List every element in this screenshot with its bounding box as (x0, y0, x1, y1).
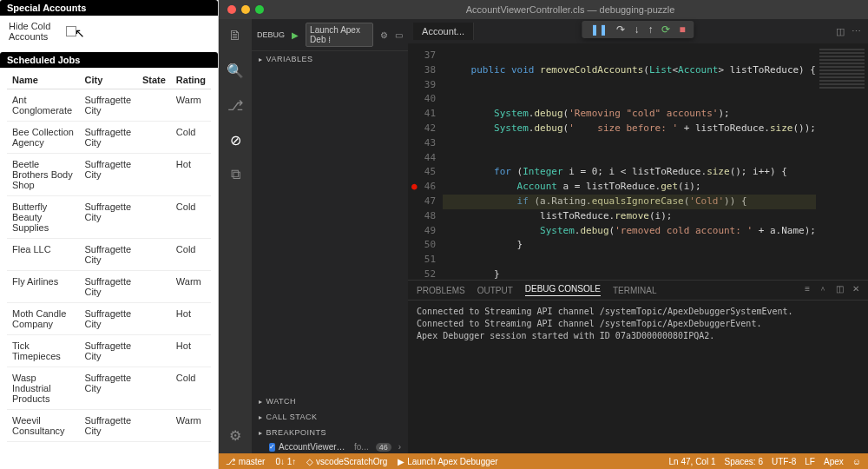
debug-icon[interactable]: ⊘ (226, 130, 245, 149)
tab-terminal[interactable]: TERMINAL (613, 286, 657, 295)
editor-tab[interactable]: Account... (413, 23, 474, 40)
cell-city: Suffragette City (79, 367, 136, 410)
git-branch[interactable]: ⎇ master (226, 457, 265, 466)
status-eol[interactable]: LF (805, 457, 815, 466)
status-language[interactable]: Apex (824, 457, 844, 466)
cell-city: Suffragette City (79, 271, 136, 303)
code-area[interactable]: public void removeColdAccounts(List<Acco… (443, 43, 816, 280)
cell-rating: Cold (171, 367, 211, 410)
cell-rating: Cold (171, 122, 211, 154)
status-launch[interactable]: ▶ Launch Apex Debugger (398, 457, 497, 466)
chevron-right-icon[interactable]: › (398, 442, 401, 452)
panel-tabs: PROBLEMS OUTPUT DEBUG CONSOLE TERMINAL ≡… (408, 281, 868, 301)
debug-gear-icon[interactable]: ⚙ (380, 30, 388, 40)
table-row[interactable]: Fly AirlinesSuffragette CityWarm (7, 271, 211, 303)
pause-icon[interactable]: ❚❚ (590, 23, 608, 36)
cell-name: Beetle Brothers Body Shop (7, 154, 79, 196)
tab-problems[interactable]: PROBLEMS (417, 286, 465, 295)
step-into-icon[interactable]: ↓ (634, 23, 639, 36)
breakpoints-section[interactable]: BREAKPOINTS (252, 425, 408, 440)
cell-city: Suffragette City (79, 122, 136, 154)
window-title: AccountViewerController.cls — debugging-… (273, 4, 868, 15)
minimize-window-icon[interactable] (241, 5, 250, 14)
status-encoding[interactable]: UTF-8 (772, 457, 796, 466)
table-header-row: Name City State Rating (7, 71, 211, 89)
zoom-window-icon[interactable] (255, 5, 264, 14)
status-spaces[interactable]: Spaces: 6 (724, 457, 762, 466)
cell-name: Fly Airlines (7, 271, 79, 303)
salesforce-panel: Special Accounts Hide Cold Accounts ↖ Sc… (0, 0, 219, 469)
table-row[interactable]: Ant ConglomerateSuffragette CityWarm (7, 89, 211, 122)
split-editor-icon[interactable]: ◫ (836, 26, 845, 37)
bottom-panel: PROBLEMS OUTPUT DEBUG CONSOLE TERMINAL ≡… (408, 280, 868, 453)
cell-city: Suffragette City (79, 303, 136, 335)
panel-filter-icon[interactable]: ≡ (805, 284, 810, 296)
debug-floating-controls: ❚❚ ↷ ↓ ↑ ⟳ ■ (582, 21, 694, 38)
breakpoint-item[interactable]: ✓ AccountViewerController.cls fo... 46 › (252, 440, 408, 453)
restart-icon[interactable]: ⟳ (661, 23, 670, 36)
traffic-lights (219, 5, 273, 14)
cell-rating: Cold (171, 196, 211, 239)
cell-name: Butterfly Beauty Supplies (7, 196, 79, 239)
step-over-icon[interactable]: ↷ (616, 23, 625, 36)
scm-icon[interactable]: ⎇ (226, 96, 245, 115)
panel-maximize-icon[interactable]: ◫ (836, 284, 844, 296)
variables-section[interactable]: VARIABLES (252, 51, 408, 67)
extensions-icon[interactable]: ⧉ (226, 165, 245, 184)
cell-city: Suffragette City (79, 239, 136, 271)
debug-config-dropdown[interactable]: Launch Apex Deb ⁞ (306, 23, 373, 47)
debug-console-toggle-icon[interactable]: ▭ (395, 30, 403, 40)
titlebar: AccountViewerController.cls — debugging-… (219, 0, 868, 19)
editor-body[interactable]: 37 38 39 40 41 42 43 44 45 ●46 47 48 49 … (408, 43, 868, 280)
table-row[interactable]: Wasp Industrial ProductsSuffragette City… (7, 367, 211, 410)
cell-name: Ant Conglomerate (7, 89, 79, 122)
cell-rating: Hot (171, 335, 211, 367)
step-out-icon[interactable]: ↑ (648, 23, 653, 36)
cell-city: Suffragette City (79, 410, 136, 442)
editor-column: Account... ❚❚ ↷ ↓ ↑ ⟳ ■ ◫ ⋯ 37 38 39 40 … (408, 19, 868, 453)
status-position[interactable]: Ln 47, Col 1 (669, 457, 716, 466)
search-icon[interactable]: 🔍 (226, 61, 245, 80)
cell-rating: Warm (171, 271, 211, 303)
table-row[interactable]: Butterfly Beauty SuppliesSuffragette Cit… (7, 196, 211, 239)
debug-sidebar: DEBUG ▶ Launch Apex Deb ⁞ ⚙ ▭ VARIABLES … (252, 19, 408, 453)
callstack-section[interactable]: CALL STACK (252, 409, 408, 425)
status-feedback-icon[interactable]: ☺ (852, 457, 861, 466)
vscode-window: AccountViewerController.cls — debugging-… (219, 0, 868, 469)
git-sync[interactable]: 0↓ 1↑ (275, 457, 296, 466)
accounts-table: Name City State Rating Ant ConglomerateS… (7, 71, 211, 442)
breakpoint-file: AccountViewerController.cls (279, 442, 351, 452)
start-debug-icon[interactable]: ▶ (292, 30, 299, 40)
breakpoint-fo: fo... (354, 442, 369, 452)
explorer-icon[interactable]: 🗎 (226, 26, 245, 45)
debug-toolbar: DEBUG ▶ Launch Apex Deb ⁞ ⚙ ▭ (252, 19, 408, 51)
table-row[interactable]: Bee Collection AgencySuffragette CityCol… (7, 122, 211, 154)
breakpoint-checkbox-icon[interactable]: ✓ (269, 443, 275, 452)
table-row[interactable]: Tick TimepiecesSuffragette CityHot (7, 335, 211, 367)
cell-state (137, 239, 171, 271)
table-row[interactable]: Moth Candle CompanySuffragette CityHot (7, 303, 211, 335)
cell-state (137, 335, 171, 367)
cell-state (137, 303, 171, 335)
table-row[interactable]: Flea LLCSuffragette CityCold (7, 239, 211, 271)
settings-icon[interactable]: ⚙ (226, 426, 245, 445)
tab-debug-console[interactable]: DEBUG CONSOLE (525, 284, 601, 296)
status-org[interactable]: ◇ vscodeScratchOrg (306, 457, 387, 466)
tab-output[interactable]: OUTPUT (477, 286, 513, 295)
cell-rating: Warm (171, 89, 211, 122)
stop-icon[interactable]: ■ (679, 23, 685, 36)
panel-collapse-icon[interactable]: ＾ (819, 284, 827, 296)
close-window-icon[interactable] (227, 5, 236, 14)
cell-state (137, 122, 171, 154)
table-row[interactable]: Weevil ConsultancySuffragette CityWarm (7, 410, 211, 442)
debug-console-output: Connected to Streaming API channel /syst… (408, 301, 868, 347)
more-actions-icon[interactable]: ⋯ (852, 26, 861, 37)
cell-rating: Warm (171, 410, 211, 442)
cell-state (137, 89, 171, 122)
cell-city: Suffragette City (79, 335, 136, 367)
table-row[interactable]: Beetle Brothers Body ShopSuffragette Cit… (7, 154, 211, 196)
special-accounts-header: Special Accounts (0, 0, 218, 16)
watch-section[interactable]: WATCH (252, 393, 408, 409)
minimap[interactable] (816, 43, 868, 280)
panel-close-icon[interactable]: ✕ (852, 284, 859, 296)
